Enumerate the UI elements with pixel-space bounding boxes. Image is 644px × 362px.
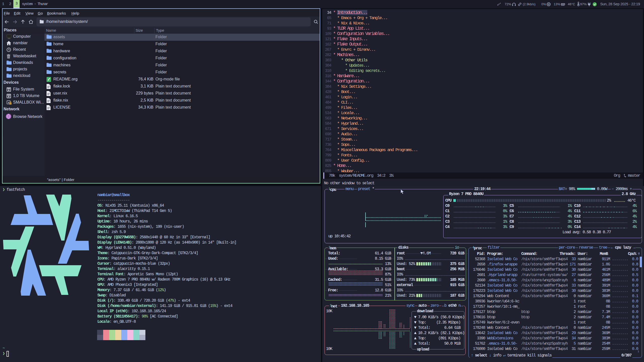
svg-text:z: z [500,2,501,4]
svg-text:z: z [499,3,500,5]
